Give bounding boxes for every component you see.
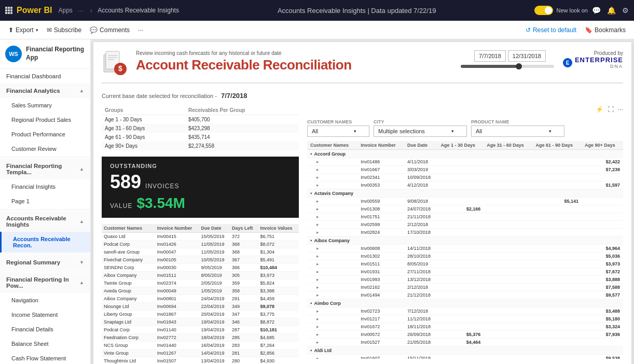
right-data-cell: $2,166	[437, 205, 484, 213]
right-table-row: ▸Inv016673/03/2019$7,239	[307, 166, 623, 174]
groups-col-header: Groups	[102, 106, 185, 115]
apps-grid-icon[interactable]	[5, 7, 12, 14]
detail-cell: Inv01140	[155, 326, 199, 334]
reset-button[interactable]: ↺ Reset to default	[526, 26, 576, 34]
right-data-cell: $5,180	[582, 315, 623, 323]
sidebar-item-financial-details[interactable]: Financial Details	[0, 322, 90, 337]
sidebar-item-financial-analytics[interactable]: Financial Analytics ▲	[0, 83, 90, 98]
detail-cell: $5,824	[258, 279, 299, 287]
right-customer-cell: ▸	[307, 229, 357, 236]
product-name-select[interactable]: All ▾	[471, 125, 564, 137]
date-slider-handle[interactable]	[516, 63, 522, 69]
detail-cell: $3,775	[258, 311, 299, 318]
sidebar-label-financial-details: Financial Details	[11, 326, 53, 332]
right-group-name: ▪Aimbo Corp	[307, 299, 623, 307]
detail-cell: Feednation Corp	[102, 334, 155, 342]
right-table-row: ▸Inv0175121/11/2018	[307, 213, 623, 221]
notification-icon[interactable]: 🔔	[607, 6, 616, 15]
bookmarks-button[interactable]: 🔖 Bookmarks	[585, 26, 626, 34]
sidebar-item-accounts-receivable-recon[interactable]: Accounts Receivable Recon.	[0, 232, 90, 253]
groups-value-cell: $405,700	[185, 115, 299, 124]
filter-icons-row: ⚡ ⛶ ···	[307, 106, 623, 113]
sidebar-item-sales-summary[interactable]: Sales Summary	[0, 98, 90, 113]
sidebar-item-financial-reporting-templates[interactable]: Financial Reporting Templa... ▲	[0, 159, 90, 179]
right-data-cell: Inv02723	[357, 307, 404, 315]
groups-value-cell: $2,274,558	[185, 142, 299, 150]
filter-icon[interactable]: ⚡	[596, 106, 603, 113]
detail-cell: Fivechat Company	[102, 256, 155, 264]
expand-icon[interactable]: ▪	[310, 190, 312, 196]
right-data-cell: 27/11/2018	[404, 268, 437, 276]
content-area: $ Review incoming cash forecasts for any…	[91, 39, 634, 364]
comments-button[interactable]: 💬 Comments	[90, 26, 130, 34]
sidebar-item-financial-insights[interactable]: Financial Insights	[0, 179, 90, 194]
expand-icon[interactable]: ▪	[310, 151, 312, 157]
sidebar-item-product-performance[interactable]: Product Performance	[0, 127, 90, 142]
city-select-value: Multiple selections	[378, 128, 425, 134]
detail-cell: $4,930	[258, 357, 299, 365]
sidebar-item-financial-dashboard[interactable]: Financial Dashboard	[0, 69, 90, 83]
apps-link[interactable]: Apps	[58, 7, 72, 14]
detail-cell: 24/04/2019	[199, 295, 230, 303]
sidebar-item-navigation[interactable]: Navigation	[0, 293, 90, 307]
new-look-toggle[interactable]: New look on	[534, 6, 588, 15]
groups-name-cell: Age 90+ Days	[102, 142, 185, 150]
more-options-icon[interactable]: ···	[618, 106, 623, 113]
chat-icon[interactable]: 💬	[592, 6, 601, 15]
new-look-label: New look on	[556, 7, 588, 13]
sidebar-item-financial-reporting-in-pow[interactable]: Financial Reporting In Pow... ▲	[0, 272, 90, 293]
customer-names-filter: Customer Names All ▾	[307, 119, 369, 137]
sidebar-item-income-statement[interactable]: Income Statement	[0, 307, 90, 322]
sidebar-item-accounts-receivable-insights[interactable]: Accounts Receivable Insights ▲	[0, 211, 90, 232]
date-end-input[interactable]: 12/31/2018	[508, 50, 546, 62]
city-select[interactable]: Multiple selections ▾	[374, 125, 467, 137]
right-data-cell: Inv01672	[357, 323, 404, 331]
detail-cell: Podcat Corp	[102, 241, 155, 248]
right-data-cell	[533, 331, 582, 339]
svg-text:E: E	[566, 60, 570, 66]
sidebar-item-customer-review[interactable]: Customer Review	[0, 142, 90, 156]
sub-row-indicator: ▸	[316, 292, 319, 298]
expand-icon[interactable]: ▪	[310, 300, 312, 306]
detail-cell: Inv01507	[155, 357, 199, 365]
groups-name-cell: Age 1 - 30 Days	[102, 115, 185, 124]
expand-icon[interactable]: ▪	[310, 347, 312, 353]
toolbar: ⬆ Export ▾ ✉ Subscribe 💬 Comments ··· ↺ …	[0, 21, 634, 39]
sidebar-item-page-1[interactable]: Page 1	[0, 194, 90, 208]
detail-cell: 368	[230, 248, 258, 256]
detail-cell: 10/05/2019	[199, 256, 230, 264]
right-data-cell	[437, 229, 484, 236]
groups-value-cell: $435,714	[185, 133, 299, 142]
right-data-cell: $3,888	[582, 276, 623, 284]
detail-cell: 283	[230, 342, 258, 349]
customer-names-select[interactable]: All ▾	[307, 125, 369, 137]
right-customer-cell: ▸	[307, 284, 357, 291]
groups-table-row: Age 31 - 60 Days$423,298	[102, 124, 299, 133]
expand-icon[interactable]: ▪	[310, 237, 312, 243]
subscribe-button[interactable]: ✉ Subscribe	[47, 26, 81, 34]
sidebar-item-regional-product-sales[interactable]: Regional Product Sales	[0, 113, 90, 127]
date-slider[interactable]	[461, 65, 554, 68]
more-button[interactable]: ···	[138, 26, 143, 34]
detail-col-header: Invoice Number	[155, 224, 199, 233]
sidebar-header: WS Financial Reporting App	[0, 39, 90, 69]
export-button[interactable]: ⬆ Export ▾	[8, 26, 38, 34]
report-title-area: Review incoming cash forecasts for any h…	[136, 50, 452, 73]
date-start-input[interactable]: 7/7/2018	[474, 50, 506, 62]
right-data-cell: 24/07/2018	[404, 205, 437, 213]
sidebar-item-cash-flow-statement[interactable]: Cash Flow Statement	[0, 351, 90, 364]
invoices-label: INVOICES	[145, 183, 179, 190]
right-data-cell: 15/11/2018	[404, 355, 437, 359]
detail-cell: Inv00047	[155, 248, 199, 256]
right-data-cell: Inv01494	[357, 291, 404, 299]
export-label: Export	[16, 26, 34, 34]
right-data-cell	[437, 166, 484, 174]
fullscreen-icon[interactable]: ⛶	[608, 106, 614, 113]
sidebar-item-regional-summary[interactable]: Regional Summary ▼	[0, 255, 90, 270]
sub-row-indicator: ▸	[316, 199, 319, 204]
detail-cell: 2/05/2019	[199, 279, 230, 287]
sidebar-item-balance-sheet[interactable]: Balance Sheet	[0, 337, 90, 351]
groups-table-row: Age 90+ Days$2,274,558	[102, 142, 299, 150]
right-col-header: Age 90+ Days	[582, 141, 623, 150]
settings-icon[interactable]: ⚙	[622, 6, 629, 15]
